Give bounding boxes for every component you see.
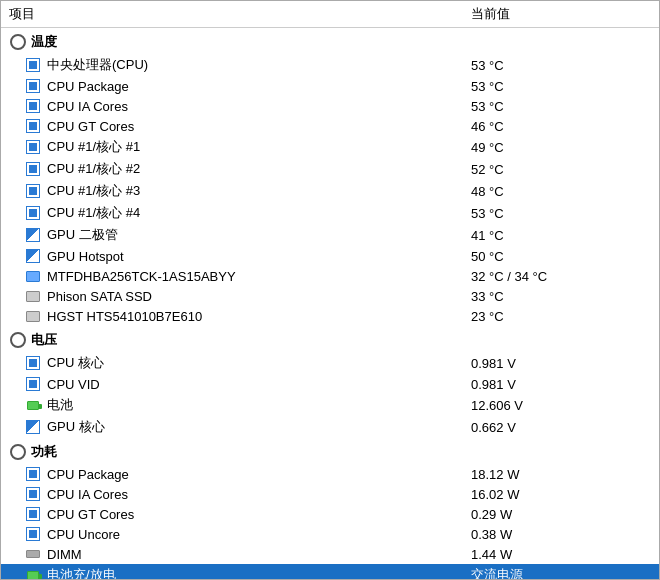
- temperature-icon: [10, 34, 26, 50]
- voltage-icon: [10, 332, 26, 348]
- cpu-icon: [26, 79, 40, 93]
- row-name: MTFDHBA256TCK-1AS15ABYY: [47, 269, 471, 284]
- table-row[interactable]: Phison SATA SSD33 °C: [1, 286, 659, 306]
- row-value: 33 °C: [471, 289, 651, 304]
- row-value: 1.44 W: [471, 547, 651, 562]
- table-row[interactable]: CPU IA Cores53 °C: [1, 96, 659, 116]
- row-value: 48 °C: [471, 184, 651, 199]
- row-name: CPU Package: [47, 467, 471, 482]
- row-name: GPU 二极管: [47, 226, 471, 244]
- gpu-icon: [26, 249, 40, 263]
- row-value: 53 °C: [471, 206, 651, 221]
- section-header-power: 功耗: [1, 440, 659, 464]
- row-value: 53 °C: [471, 99, 651, 114]
- row-value: 16.02 W: [471, 487, 651, 502]
- cpu-icon: [26, 184, 40, 198]
- table-row[interactable]: CPU Package53 °C: [1, 76, 659, 96]
- row-name: CPU Uncore: [47, 527, 471, 542]
- table-row[interactable]: CPU #1/核心 #453 °C: [1, 202, 659, 224]
- row-value: 52 °C: [471, 162, 651, 177]
- row-name: Phison SATA SSD: [47, 289, 471, 304]
- row-name: CPU #1/核心 #1: [47, 138, 471, 156]
- table-row[interactable]: CPU #1/核心 #348 °C: [1, 180, 659, 202]
- table-row[interactable]: CPU VID0.981 V: [1, 374, 659, 394]
- cpu-icon: [26, 140, 40, 154]
- row-name: CPU #1/核心 #2: [47, 160, 471, 178]
- table-row[interactable]: CPU Uncore0.38 W: [1, 524, 659, 544]
- row-value: 49 °C: [471, 140, 651, 155]
- section-label-voltage: 电压: [31, 331, 57, 349]
- cpu-icon: [26, 356, 40, 370]
- row-name: CPU IA Cores: [47, 487, 471, 502]
- row-value: 0.29 W: [471, 507, 651, 522]
- table-row[interactable]: CPU GT Cores46 °C: [1, 116, 659, 136]
- row-value: 0.981 V: [471, 377, 651, 392]
- row-name: CPU #1/核心 #3: [47, 182, 471, 200]
- row-name: CPU GT Cores: [47, 119, 471, 134]
- cpu-icon: [26, 99, 40, 113]
- table-row[interactable]: 中央处理器(CPU)53 °C: [1, 54, 659, 76]
- row-value: 50 °C: [471, 249, 651, 264]
- row-value: 0.981 V: [471, 356, 651, 371]
- cpu-icon: [26, 206, 40, 220]
- battery-icon: [27, 571, 39, 580]
- table-row[interactable]: CPU GT Cores0.29 W: [1, 504, 659, 524]
- power-icon: [10, 444, 26, 460]
- row-name: GPU Hotspot: [47, 249, 471, 264]
- row-name: CPU GT Cores: [47, 507, 471, 522]
- row-value: 46 °C: [471, 119, 651, 134]
- row-value: 53 °C: [471, 79, 651, 94]
- table-row[interactable]: CPU #1/核心 #149 °C: [1, 136, 659, 158]
- hdd-icon: [26, 311, 40, 322]
- row-name: CPU #1/核心 #4: [47, 204, 471, 222]
- gpu-icon: [26, 420, 40, 434]
- table-row[interactable]: HGST HTS541010B7E61023 °C: [1, 306, 659, 326]
- cpu-icon: [26, 467, 40, 481]
- row-name: CPU IA Cores: [47, 99, 471, 114]
- cpu-icon: [26, 377, 40, 391]
- header-name: 项目: [9, 5, 471, 23]
- row-value: 23 °C: [471, 309, 651, 324]
- table-row[interactable]: GPU 核心0.662 V: [1, 416, 659, 438]
- section-header-temperature: 温度: [1, 30, 659, 54]
- hdd-icon: [26, 291, 40, 302]
- header-value: 当前值: [471, 5, 651, 23]
- row-name: CPU 核心: [47, 354, 471, 372]
- table-header: 项目 当前值: [1, 1, 659, 28]
- table-row[interactable]: MTFDHBA256TCK-1AS15ABYY32 °C / 34 °C: [1, 266, 659, 286]
- row-name: CPU Package: [47, 79, 471, 94]
- row-name: 电池充/放电: [47, 566, 471, 579]
- row-name: CPU VID: [47, 377, 471, 392]
- section-header-voltage: 电压: [1, 328, 659, 352]
- section-label-temperature: 温度: [31, 33, 57, 51]
- row-value: 41 °C: [471, 228, 651, 243]
- table-row[interactable]: GPU 二极管41 °C: [1, 224, 659, 246]
- row-value: 18.12 W: [471, 467, 651, 482]
- table-row[interactable]: GPU Hotspot50 °C: [1, 246, 659, 266]
- row-value: 交流电源: [471, 566, 651, 579]
- battery-icon: [27, 401, 39, 410]
- cpu-icon: [26, 119, 40, 133]
- table-row[interactable]: 电池12.606 V: [1, 394, 659, 416]
- table-row[interactable]: CPU 核心0.981 V: [1, 352, 659, 374]
- row-name: GPU 核心: [47, 418, 471, 436]
- row-value: 53 °C: [471, 58, 651, 73]
- scroll-area[interactable]: 温度中央处理器(CPU)53 °CCPU Package53 °CCPU IA …: [1, 28, 659, 579]
- row-name: HGST HTS541010B7E610: [47, 309, 471, 324]
- table-row[interactable]: DIMM1.44 W: [1, 544, 659, 564]
- row-value: 32 °C / 34 °C: [471, 269, 651, 284]
- table-row[interactable]: CPU Package18.12 W: [1, 464, 659, 484]
- row-name: 中央处理器(CPU): [47, 56, 471, 74]
- table-row[interactable]: CPU IA Cores16.02 W: [1, 484, 659, 504]
- section-label-power: 功耗: [31, 443, 57, 461]
- table-row[interactable]: CPU #1/核心 #252 °C: [1, 158, 659, 180]
- cpu-icon: [26, 507, 40, 521]
- main-container: 项目 当前值 温度中央处理器(CPU)53 °CCPU Package53 °C…: [0, 0, 660, 580]
- gpu-icon: [26, 228, 40, 242]
- row-value: 12.606 V: [471, 398, 651, 413]
- row-value: 0.662 V: [471, 420, 651, 435]
- cpu-icon: [26, 58, 40, 72]
- table-row[interactable]: 电池充/放电交流电源: [1, 564, 659, 579]
- row-name: DIMM: [47, 547, 471, 562]
- row-name: 电池: [47, 396, 471, 414]
